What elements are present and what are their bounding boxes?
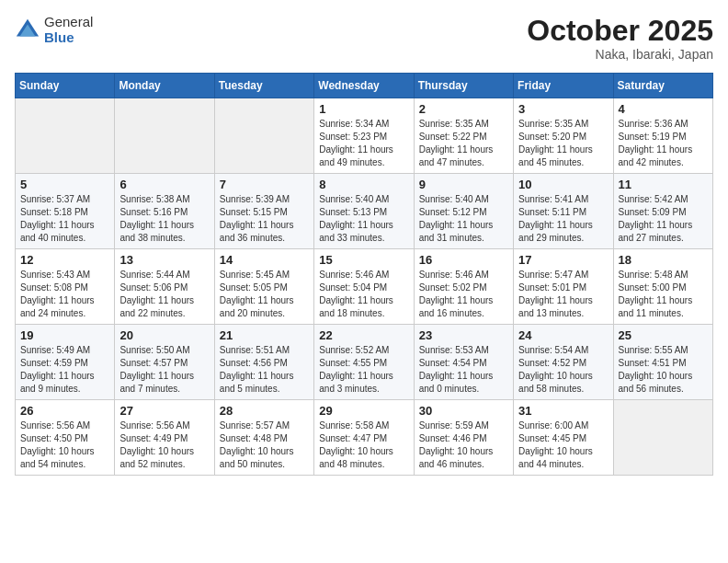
day-number: 20 <box>119 328 209 342</box>
calendar-cell: 26Sunrise: 5:56 AM Sunset: 4:50 PM Dayli… <box>16 400 115 476</box>
day-number: 1 <box>319 102 408 116</box>
day-number: 12 <box>20 253 109 267</box>
calendar: SundayMondayTuesdayWednesdayThursdayFrid… <box>15 73 713 476</box>
calendar-cell: 23Sunrise: 5:53 AM Sunset: 4:54 PM Dayli… <box>414 325 513 400</box>
day-number: 17 <box>518 253 608 267</box>
day-info: Sunrise: 5:50 AM Sunset: 4:57 PM Dayligh… <box>119 344 209 396</box>
calendar-cell: 6Sunrise: 5:38 AM Sunset: 5:16 PM Daylig… <box>115 174 214 249</box>
calendar-cell: 9Sunrise: 5:40 AM Sunset: 5:12 PM Daylig… <box>414 174 513 249</box>
calendar-header-row: SundayMondayTuesdayWednesdayThursdayFrid… <box>16 74 713 98</box>
day-info: Sunrise: 5:53 AM Sunset: 4:54 PM Dayligh… <box>419 344 508 396</box>
calendar-cell <box>16 98 115 174</box>
calendar-cell: 21Sunrise: 5:51 AM Sunset: 4:56 PM Dayli… <box>214 325 313 400</box>
calendar-cell: 28Sunrise: 5:57 AM Sunset: 4:48 PM Dayli… <box>214 400 313 476</box>
day-info: Sunrise: 5:56 AM Sunset: 4:50 PM Dayligh… <box>20 419 109 471</box>
day-info: Sunrise: 5:57 AM Sunset: 4:48 PM Dayligh… <box>220 419 309 471</box>
calendar-cell: 3Sunrise: 5:35 AM Sunset: 5:20 PM Daylig… <box>514 98 613 174</box>
day-number: 22 <box>319 328 408 342</box>
day-info: Sunrise: 5:36 AM Sunset: 5:19 PM Dayligh… <box>619 118 708 169</box>
calendar-week-row: 19Sunrise: 5:49 AM Sunset: 4:59 PM Dayli… <box>16 325 713 400</box>
calendar-cell: 17Sunrise: 5:47 AM Sunset: 5:01 PM Dayli… <box>514 249 613 325</box>
weekday-header: Thursday <box>414 74 513 98</box>
day-info: Sunrise: 5:38 AM Sunset: 5:16 PM Dayligh… <box>119 193 209 245</box>
day-info: Sunrise: 5:46 AM Sunset: 5:04 PM Dayligh… <box>319 269 408 320</box>
day-info: Sunrise: 5:34 AM Sunset: 5:23 PM Dayligh… <box>319 118 408 169</box>
calendar-cell: 10Sunrise: 5:41 AM Sunset: 5:11 PM Dayli… <box>514 174 613 249</box>
weekday-header: Sunday <box>16 74 115 98</box>
weekday-header: Wednesday <box>314 74 414 98</box>
calendar-cell: 12Sunrise: 5:43 AM Sunset: 5:08 PM Dayli… <box>16 249 115 325</box>
day-info: Sunrise: 5:52 AM Sunset: 4:55 PM Dayligh… <box>319 344 408 396</box>
calendar-cell: 5Sunrise: 5:37 AM Sunset: 5:18 PM Daylig… <box>16 174 115 249</box>
logo-blue: Blue <box>44 30 93 46</box>
month-title: October 2025 <box>527 15 713 47</box>
logo: General Blue <box>15 15 93 45</box>
day-info: Sunrise: 5:37 AM Sunset: 5:18 PM Dayligh… <box>20 193 109 245</box>
day-number: 16 <box>419 253 508 267</box>
day-info: Sunrise: 5:49 AM Sunset: 4:59 PM Dayligh… <box>20 344 109 396</box>
day-info: Sunrise: 5:39 AM Sunset: 5:15 PM Dayligh… <box>220 193 309 245</box>
calendar-cell: 2Sunrise: 5:35 AM Sunset: 5:22 PM Daylig… <box>414 98 513 174</box>
day-number: 27 <box>119 404 209 418</box>
day-number: 30 <box>419 404 508 418</box>
calendar-cell <box>613 400 712 476</box>
calendar-cell: 18Sunrise: 5:48 AM Sunset: 5:00 PM Dayli… <box>613 249 712 325</box>
weekday-header: Tuesday <box>214 74 313 98</box>
day-info: Sunrise: 5:59 AM Sunset: 4:46 PM Dayligh… <box>419 419 508 471</box>
day-number: 8 <box>319 178 408 191</box>
calendar-cell: 20Sunrise: 5:50 AM Sunset: 4:57 PM Dayli… <box>115 325 214 400</box>
day-info: Sunrise: 5:42 AM Sunset: 5:09 PM Dayligh… <box>619 193 708 245</box>
weekday-header: Saturday <box>613 74 712 98</box>
weekday-header: Monday <box>115 74 214 98</box>
logo-general: General <box>44 15 93 30</box>
day-info: Sunrise: 5:35 AM Sunset: 5:20 PM Dayligh… <box>518 118 608 169</box>
day-number: 28 <box>220 404 309 418</box>
calendar-week-row: 26Sunrise: 5:56 AM Sunset: 4:50 PM Dayli… <box>16 400 713 476</box>
calendar-cell: 19Sunrise: 5:49 AM Sunset: 4:59 PM Dayli… <box>16 325 115 400</box>
calendar-cell: 16Sunrise: 5:46 AM Sunset: 5:02 PM Dayli… <box>414 249 513 325</box>
calendar-cell: 15Sunrise: 5:46 AM Sunset: 5:04 PM Dayli… <box>314 249 414 325</box>
day-info: Sunrise: 5:48 AM Sunset: 5:00 PM Dayligh… <box>619 269 708 320</box>
day-number: 18 <box>619 253 708 267</box>
calendar-cell: 30Sunrise: 5:59 AM Sunset: 4:46 PM Dayli… <box>414 400 513 476</box>
calendar-cell: 29Sunrise: 5:58 AM Sunset: 4:47 PM Dayli… <box>314 400 414 476</box>
calendar-week-row: 1Sunrise: 5:34 AM Sunset: 5:23 PM Daylig… <box>16 98 713 174</box>
day-number: 13 <box>119 253 209 267</box>
day-number: 6 <box>119 178 209 191</box>
day-info: Sunrise: 5:43 AM Sunset: 5:08 PM Dayligh… <box>20 269 109 320</box>
day-info: Sunrise: 5:40 AM Sunset: 5:13 PM Dayligh… <box>319 193 408 245</box>
day-number: 4 <box>619 102 708 116</box>
day-number: 15 <box>319 253 408 267</box>
day-info: Sunrise: 5:58 AM Sunset: 4:47 PM Dayligh… <box>319 419 408 471</box>
calendar-cell: 4Sunrise: 5:36 AM Sunset: 5:19 PM Daylig… <box>613 98 712 174</box>
calendar-cell: 11Sunrise: 5:42 AM Sunset: 5:09 PM Dayli… <box>613 174 712 249</box>
location: Naka, Ibaraki, Japan <box>527 47 713 62</box>
day-info: Sunrise: 5:45 AM Sunset: 5:05 PM Dayligh… <box>220 269 309 320</box>
calendar-cell: 14Sunrise: 5:45 AM Sunset: 5:05 PM Dayli… <box>214 249 313 325</box>
title-area: October 2025 Naka, Ibaraki, Japan <box>527 15 713 62</box>
day-number: 7 <box>220 178 309 191</box>
header: General Blue October 2025 Naka, Ibaraki,… <box>15 15 713 62</box>
day-number: 9 <box>419 178 508 191</box>
day-number: 5 <box>20 178 109 191</box>
logo-icon <box>15 17 40 43</box>
day-number: 10 <box>518 178 608 191</box>
weekday-header: Friday <box>514 74 613 98</box>
calendar-week-row: 12Sunrise: 5:43 AM Sunset: 5:08 PM Dayli… <box>16 249 713 325</box>
day-info: Sunrise: 5:40 AM Sunset: 5:12 PM Dayligh… <box>419 193 508 245</box>
day-number: 3 <box>518 102 608 116</box>
day-info: Sunrise: 5:56 AM Sunset: 4:49 PM Dayligh… <box>119 419 209 471</box>
calendar-cell: 25Sunrise: 5:55 AM Sunset: 4:51 PM Dayli… <box>613 325 712 400</box>
calendar-cell: 22Sunrise: 5:52 AM Sunset: 4:55 PM Dayli… <box>314 325 414 400</box>
day-info: Sunrise: 5:51 AM Sunset: 4:56 PM Dayligh… <box>220 344 309 396</box>
day-number: 23 <box>419 328 508 342</box>
day-number: 19 <box>20 328 109 342</box>
calendar-cell <box>115 98 214 174</box>
calendar-cell: 27Sunrise: 5:56 AM Sunset: 4:49 PM Dayli… <box>115 400 214 476</box>
calendar-cell: 31Sunrise: 6:00 AM Sunset: 4:45 PM Dayli… <box>514 400 613 476</box>
day-number: 29 <box>319 404 408 418</box>
day-number: 24 <box>518 328 608 342</box>
day-number: 21 <box>220 328 309 342</box>
day-number: 31 <box>518 404 608 418</box>
day-number: 2 <box>419 102 508 116</box>
